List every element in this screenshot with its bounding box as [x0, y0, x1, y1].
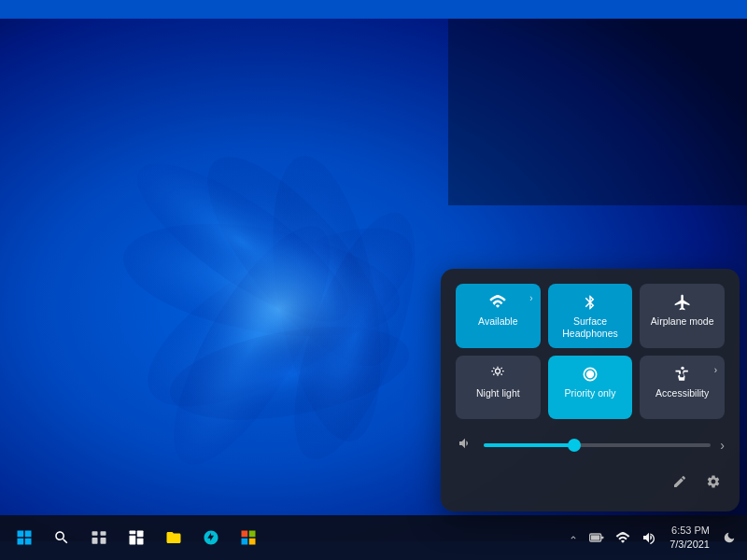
accessibility-icon — [647, 365, 717, 384]
svg-rect-25 — [92, 531, 98, 536]
taskbar-right: 6:53 PM 7/3/2021 — [565, 520, 747, 556]
bluetooth-tile[interactable]: Surface Headphones — [548, 284, 633, 348]
time-display: 6:53 PM — [671, 524, 710, 538]
wifi-tile[interactable]: Available › — [456, 284, 541, 348]
svg-rect-38 — [601, 537, 604, 539]
svg-line-19 — [494, 374, 495, 375]
svg-rect-36 — [249, 539, 256, 545]
system-clock[interactable]: 6:53 PM 7/3/2021 — [664, 520, 715, 556]
taskview-button[interactable] — [82, 521, 116, 554]
svg-rect-23 — [18, 539, 24, 545]
network-icon[interactable] — [612, 527, 634, 548]
quick-settings-grid: Available › Surface Headphones — [456, 284, 725, 419]
svg-rect-24 — [25, 539, 32, 545]
volume-slider-row: › — [456, 432, 725, 457]
svg-rect-21 — [18, 531, 24, 538]
search-button[interactable] — [45, 521, 78, 554]
nightlight-label: Night light — [476, 387, 520, 400]
quick-settings-bottom-row — [456, 465, 725, 497]
wifi-label: Available — [478, 315, 517, 329]
svg-rect-22 — [25, 531, 32, 538]
svg-point-11 — [496, 369, 500, 373]
volume-chevron-icon[interactable]: › — [720, 438, 725, 453]
volume-fill — [484, 443, 574, 447]
bluetooth-label: Surface Headphones — [556, 315, 626, 341]
svg-line-16 — [494, 368, 495, 369]
svg-rect-10 — [448, 19, 747, 205]
svg-rect-30 — [137, 531, 144, 538]
taskbar: 6:53 PM 7/3/2021 — [0, 515, 747, 560]
taskbar-left — [0, 521, 265, 554]
svg-line-18 — [501, 368, 502, 369]
svg-rect-35 — [242, 539, 248, 545]
svg-point-20 — [681, 367, 684, 370]
focus-label: Priority only — [565, 387, 616, 400]
svg-rect-29 — [130, 531, 136, 535]
desktop: Available › Surface Headphones — [0, 0, 747, 560]
airplane-label: Airplane mode — [651, 315, 714, 329]
svg-rect-28 — [101, 538, 106, 544]
svg-point-9 — [187, 233, 374, 383]
accessibility-arrow: › — [714, 365, 717, 375]
battery-icon[interactable] — [585, 528, 608, 547]
bluetooth-icon — [556, 293, 626, 312]
svg-rect-31 — [130, 536, 136, 545]
svg-rect-33 — [242, 531, 248, 538]
accessibility-tile[interactable]: Accessibility › — [640, 356, 725, 419]
airplane-tile[interactable]: Airplane mode — [640, 284, 725, 348]
focus-tile[interactable]: Priority only — [548, 356, 633, 419]
store-button[interactable] — [232, 521, 265, 554]
airplane-icon — [647, 293, 717, 312]
accessibility-label: Accessibility — [655, 387, 709, 400]
svg-rect-34 — [249, 531, 256, 538]
tray-overflow-button[interactable] — [565, 529, 582, 546]
volume-icon — [456, 436, 474, 454]
svg-rect-39 — [591, 535, 599, 539]
nightlight-icon — [463, 365, 533, 384]
date-display: 7/3/2021 — [669, 538, 710, 552]
edge-button[interactable] — [194, 521, 228, 554]
widgets-button[interactable] — [120, 521, 153, 554]
volume-track[interactable] — [484, 443, 711, 447]
start-button[interactable] — [7, 521, 41, 554]
settings-icon[interactable] — [702, 470, 725, 497]
notification-button[interactable] — [719, 527, 740, 548]
svg-rect-32 — [137, 539, 144, 545]
nightlight-tile[interactable]: Night light — [456, 356, 541, 419]
volume-thumb[interactable] — [568, 439, 581, 452]
svg-rect-27 — [92, 538, 98, 544]
svg-line-17 — [501, 374, 502, 375]
svg-rect-26 — [101, 531, 106, 536]
volume-taskbar-icon[interactable] — [638, 527, 660, 548]
wifi-arrow: › — [529, 293, 532, 303]
file-explorer-button[interactable] — [157, 521, 190, 554]
focus-icon — [556, 365, 626, 384]
quick-settings-panel: Available › Surface Headphones — [441, 269, 740, 511]
wifi-icon — [463, 293, 533, 312]
edit-icon[interactable] — [669, 470, 691, 497]
